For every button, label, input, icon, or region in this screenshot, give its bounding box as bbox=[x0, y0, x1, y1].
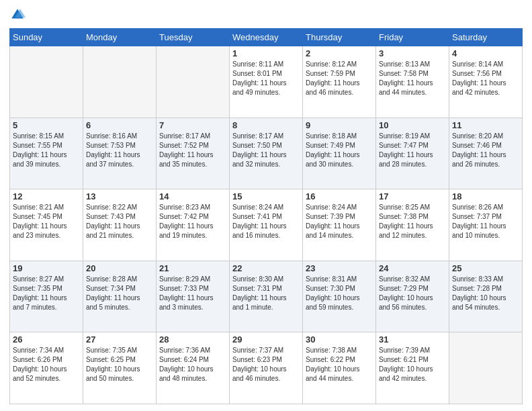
cell-info: Sunrise: 8:19 AMSunset: 7:47 PMDaylight:… bbox=[379, 132, 446, 169]
cell-info: Sunrise: 8:32 AMSunset: 7:29 PMDaylight:… bbox=[379, 275, 446, 312]
calendar-cell: 19Sunrise: 8:27 AMSunset: 7:35 PMDayligh… bbox=[10, 261, 83, 332]
day-number: 28 bbox=[159, 334, 226, 345]
page: SundayMondayTuesdayWednesdayThursdayFrid… bbox=[0, 0, 532, 411]
day-number: 21 bbox=[159, 263, 226, 273]
calendar-cell bbox=[83, 46, 157, 118]
calendar-cell: 30Sunrise: 7:38 AMSunset: 6:22 PMDayligh… bbox=[303, 332, 376, 404]
cell-info: Sunrise: 8:18 AMSunset: 7:49 PMDaylight:… bbox=[306, 132, 373, 169]
day-header-monday: Monday bbox=[83, 29, 157, 46]
day-number: 7 bbox=[159, 120, 226, 130]
day-number: 3 bbox=[379, 48, 446, 58]
calendar-cell bbox=[157, 46, 230, 118]
calendar-cell: 27Sunrise: 7:35 AMSunset: 6:25 PMDayligh… bbox=[83, 332, 157, 404]
calendar-week-row: 26Sunrise: 7:34 AMSunset: 6:26 PMDayligh… bbox=[10, 332, 523, 404]
calendar-cell: 10Sunrise: 8:19 AMSunset: 7:47 PMDayligh… bbox=[376, 118, 449, 189]
day-number: 10 bbox=[379, 120, 446, 130]
cell-info: Sunrise: 8:28 AMSunset: 7:34 PMDaylight:… bbox=[86, 275, 153, 312]
cell-info: Sunrise: 7:37 AMSunset: 6:23 PMDaylight:… bbox=[232, 346, 300, 383]
calendar-cell: 7Sunrise: 8:17 AMSunset: 7:52 PMDaylight… bbox=[157, 118, 230, 189]
cell-info: Sunrise: 8:12 AMSunset: 7:59 PMDaylight:… bbox=[306, 60, 373, 97]
logo bbox=[9, 7, 28, 23]
cell-info: Sunrise: 7:36 AMSunset: 6:24 PMDaylight:… bbox=[159, 346, 226, 383]
day-number: 26 bbox=[13, 334, 80, 345]
calendar-cell: 15Sunrise: 8:24 AMSunset: 7:41 PMDayligh… bbox=[230, 189, 303, 261]
calendar-cell: 22Sunrise: 8:30 AMSunset: 7:31 PMDayligh… bbox=[230, 261, 303, 332]
calendar-week-row: 1Sunrise: 8:11 AMSunset: 8:01 PMDaylight… bbox=[10, 46, 523, 118]
day-number: 13 bbox=[86, 191, 153, 201]
day-number: 1 bbox=[232, 48, 300, 58]
cell-info: Sunrise: 7:39 AMSunset: 6:21 PMDaylight:… bbox=[379, 346, 446, 383]
calendar-cell: 14Sunrise: 8:23 AMSunset: 7:42 PMDayligh… bbox=[157, 189, 230, 261]
cell-info: Sunrise: 8:31 AMSunset: 7:30 PMDaylight:… bbox=[306, 275, 373, 312]
cell-info: Sunrise: 8:23 AMSunset: 7:42 PMDaylight:… bbox=[159, 203, 226, 240]
cell-info: Sunrise: 8:17 AMSunset: 7:52 PMDaylight:… bbox=[159, 132, 226, 169]
day-number: 8 bbox=[232, 120, 300, 130]
day-number: 24 bbox=[379, 263, 446, 273]
day-number: 11 bbox=[452, 120, 519, 130]
calendar-cell: 6Sunrise: 8:16 AMSunset: 7:53 PMDaylight… bbox=[83, 118, 157, 189]
calendar-cell: 28Sunrise: 7:36 AMSunset: 6:24 PMDayligh… bbox=[157, 332, 230, 404]
day-header-tuesday: Tuesday bbox=[157, 29, 230, 46]
calendar-week-row: 12Sunrise: 8:21 AMSunset: 7:45 PMDayligh… bbox=[10, 189, 523, 261]
calendar-cell: 8Sunrise: 8:17 AMSunset: 7:50 PMDaylight… bbox=[230, 118, 303, 189]
day-number: 9 bbox=[306, 120, 373, 130]
cell-info: Sunrise: 8:30 AMSunset: 7:31 PMDaylight:… bbox=[232, 275, 300, 312]
cell-info: Sunrise: 8:20 AMSunset: 7:46 PMDaylight:… bbox=[452, 132, 519, 169]
cell-info: Sunrise: 7:38 AMSunset: 6:22 PMDaylight:… bbox=[306, 346, 373, 383]
day-number: 22 bbox=[232, 263, 300, 273]
day-number: 14 bbox=[159, 191, 226, 201]
cell-info: Sunrise: 8:21 AMSunset: 7:45 PMDaylight:… bbox=[13, 203, 80, 240]
cell-info: Sunrise: 8:25 AMSunset: 7:38 PMDaylight:… bbox=[379, 203, 446, 240]
calendar-cell: 29Sunrise: 7:37 AMSunset: 6:23 PMDayligh… bbox=[230, 332, 303, 404]
day-header-wednesday: Wednesday bbox=[230, 29, 303, 46]
calendar-cell bbox=[449, 332, 523, 404]
calendar-cell: 11Sunrise: 8:20 AMSunset: 7:46 PMDayligh… bbox=[449, 118, 523, 189]
cell-info: Sunrise: 8:16 AMSunset: 7:53 PMDaylight:… bbox=[86, 132, 153, 169]
cell-info: Sunrise: 8:15 AMSunset: 7:55 PMDaylight:… bbox=[13, 132, 80, 169]
calendar-cell bbox=[10, 46, 83, 118]
calendar-week-row: 19Sunrise: 8:27 AMSunset: 7:35 PMDayligh… bbox=[10, 261, 523, 332]
calendar-cell: 18Sunrise: 8:26 AMSunset: 7:37 PMDayligh… bbox=[449, 189, 523, 261]
day-header-friday: Friday bbox=[376, 29, 449, 46]
cell-info: Sunrise: 8:24 AMSunset: 7:39 PMDaylight:… bbox=[306, 203, 373, 240]
day-number: 25 bbox=[452, 263, 519, 273]
calendar-cell: 24Sunrise: 8:32 AMSunset: 7:29 PMDayligh… bbox=[376, 261, 449, 332]
calendar-week-row: 5Sunrise: 8:15 AMSunset: 7:55 PMDaylight… bbox=[10, 118, 523, 189]
cell-info: Sunrise: 8:33 AMSunset: 7:28 PMDaylight:… bbox=[452, 275, 519, 312]
calendar-cell: 16Sunrise: 8:24 AMSunset: 7:39 PMDayligh… bbox=[303, 189, 376, 261]
calendar-table: SundayMondayTuesdayWednesdayThursdayFrid… bbox=[9, 28, 523, 404]
calendar-cell: 12Sunrise: 8:21 AMSunset: 7:45 PMDayligh… bbox=[10, 189, 83, 261]
day-number: 27 bbox=[86, 334, 153, 345]
calendar-cell: 31Sunrise: 7:39 AMSunset: 6:21 PMDayligh… bbox=[376, 332, 449, 404]
day-number: 2 bbox=[306, 48, 373, 58]
cell-info: Sunrise: 7:34 AMSunset: 6:26 PMDaylight:… bbox=[13, 346, 80, 383]
day-number: 30 bbox=[306, 334, 373, 345]
calendar-cell: 17Sunrise: 8:25 AMSunset: 7:38 PMDayligh… bbox=[376, 189, 449, 261]
calendar-cell: 25Sunrise: 8:33 AMSunset: 7:28 PMDayligh… bbox=[449, 261, 523, 332]
cell-info: Sunrise: 8:24 AMSunset: 7:41 PMDaylight:… bbox=[232, 203, 300, 240]
day-number: 6 bbox=[86, 120, 153, 130]
cell-info: Sunrise: 8:26 AMSunset: 7:37 PMDaylight:… bbox=[452, 203, 519, 240]
day-header-sunday: Sunday bbox=[10, 29, 83, 46]
day-number: 20 bbox=[86, 263, 153, 273]
header bbox=[9, 7, 523, 23]
calendar-cell: 20Sunrise: 8:28 AMSunset: 7:34 PMDayligh… bbox=[83, 261, 157, 332]
cell-info: Sunrise: 8:14 AMSunset: 7:56 PMDaylight:… bbox=[452, 60, 519, 97]
logo-icon bbox=[9, 7, 26, 23]
calendar-cell: 23Sunrise: 8:31 AMSunset: 7:30 PMDayligh… bbox=[303, 261, 376, 332]
day-number: 12 bbox=[13, 191, 80, 201]
cell-info: Sunrise: 8:17 AMSunset: 7:50 PMDaylight:… bbox=[232, 132, 300, 169]
calendar-cell: 9Sunrise: 8:18 AMSunset: 7:49 PMDaylight… bbox=[303, 118, 376, 189]
calendar-cell: 26Sunrise: 7:34 AMSunset: 6:26 PMDayligh… bbox=[10, 332, 83, 404]
day-header-thursday: Thursday bbox=[303, 29, 376, 46]
calendar-cell: 21Sunrise: 8:29 AMSunset: 7:33 PMDayligh… bbox=[157, 261, 230, 332]
day-number: 19 bbox=[13, 263, 80, 273]
calendar-cell: 3Sunrise: 8:13 AMSunset: 7:58 PMDaylight… bbox=[376, 46, 449, 118]
calendar-header-row: SundayMondayTuesdayWednesdayThursdayFrid… bbox=[10, 29, 523, 46]
cell-info: Sunrise: 8:13 AMSunset: 7:58 PMDaylight:… bbox=[379, 60, 446, 97]
calendar-cell: 4Sunrise: 8:14 AMSunset: 7:56 PMDaylight… bbox=[449, 46, 523, 118]
cell-info: Sunrise: 8:11 AMSunset: 8:01 PMDaylight:… bbox=[232, 60, 300, 97]
cell-info: Sunrise: 8:27 AMSunset: 7:35 PMDaylight:… bbox=[13, 275, 80, 312]
day-number: 18 bbox=[452, 191, 519, 201]
day-number: 31 bbox=[379, 334, 446, 345]
